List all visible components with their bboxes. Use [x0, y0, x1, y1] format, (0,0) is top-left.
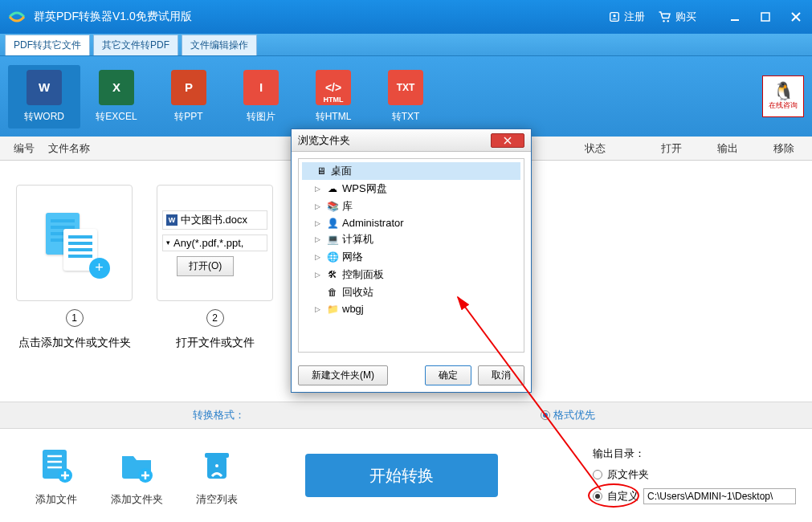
tree-item-5[interactable]: ▷🌐网络 — [302, 248, 520, 266]
dialog-titlebar[interactable]: 浏览文件夹 — [292, 129, 531, 152]
tree-icon: 🌐 — [326, 251, 339, 263]
col-open: 打开 — [643, 141, 700, 156]
dialog-close-button[interactable] — [491, 133, 524, 148]
open-button[interactable]: 打开(O) — [177, 256, 234, 276]
word-icon: W — [166, 214, 177, 226]
buy-label: 购买 — [675, 10, 696, 24]
app-title: 群英PDF转换器V1.0免费试用版 — [34, 10, 608, 24]
ok-button[interactable]: 确定 — [425, 365, 471, 385]
format-转图片[interactable]: I转图片 — [225, 65, 297, 128]
format-label: 转EXCEL — [96, 110, 137, 124]
add-file-icon: + — [43, 211, 107, 275]
tab-1[interactable]: 其它文件转PDF — [93, 35, 178, 55]
step1-label: 点击添加文件或文件夹 — [18, 333, 131, 351]
tree-item-3[interactable]: ▷👤Administrator — [302, 215, 520, 230]
close-button[interactable] — [786, 7, 806, 27]
tree-item-4[interactable]: ▷💻计算机 — [302, 230, 520, 248]
format-转EXCEL[interactable]: X转EXCEL — [80, 65, 153, 128]
tree-item-1[interactable]: ▷☁WPS网盘 — [302, 180, 520, 198]
format-icon: P — [171, 70, 206, 105]
format-priority-radio[interactable]: 格式优先 — [541, 408, 595, 422]
penguin-icon: 🐧 — [773, 83, 794, 100]
tree-icon: 💻 — [326, 234, 339, 245]
format-icon: X — [99, 70, 134, 105]
expand-icon[interactable]: ▷ — [315, 253, 323, 261]
tree-label: 桌面 — [331, 164, 352, 178]
cart-icon — [658, 10, 672, 23]
expand-icon[interactable]: ▷ — [315, 202, 323, 210]
step2-label: 打开文件或文件 — [176, 333, 255, 351]
orig-folder-label: 原文件夹 — [607, 467, 649, 482]
app-logo — [6, 6, 27, 27]
qq-label: 在线咨询 — [769, 100, 798, 111]
format-转WORD[interactable]: W转WORD — [8, 65, 80, 128]
expand-icon[interactable]: ▷ — [315, 235, 323, 243]
tree-icon: 📚 — [326, 201, 339, 212]
dialog-title: 浏览文件夹 — [298, 133, 350, 148]
expand-icon[interactable]: ▷ — [315, 185, 323, 193]
custom-folder-radio[interactable]: 自定义 C:\Users\ADMINI~1\Desktop\ — [593, 488, 796, 504]
add-folder-button[interactable]: 添加文件夹 — [96, 444, 177, 507]
expand-icon[interactable]: ▷ — [315, 271, 323, 279]
tree-item-8[interactable]: ▷📁wbgj — [302, 301, 520, 316]
svg-rect-5 — [761, 13, 769, 21]
expand-icon[interactable]: ▷ — [315, 219, 323, 227]
format-label: 转HTML — [316, 110, 352, 124]
svg-point-2 — [663, 20, 664, 22]
cancel-button[interactable]: 取消 — [478, 365, 524, 385]
svg-point-20 — [215, 464, 218, 467]
tree-item-7[interactable]: 🗑回收站 — [302, 283, 520, 301]
tab-0[interactable]: PDF转其它文件 — [5, 35, 90, 55]
tree-icon: ☁ — [326, 183, 339, 194]
col-remove: 移除 — [756, 141, 812, 156]
file-name-row[interactable]: W 中文图书.docx — [162, 210, 267, 230]
svg-rect-19 — [205, 453, 229, 458]
start-convert-button[interactable]: 开始转换 — [305, 454, 498, 497]
format-label: 转TXT — [392, 110, 420, 124]
tab-2[interactable]: 文件编辑操作 — [182, 35, 257, 55]
custom-folder-label: 自定义 — [607, 489, 639, 504]
bottom-toolbar: 添加文件 添加文件夹 清空列表 开始转换 输出目录： 原文件夹 自定义 C:\U… — [0, 429, 812, 522]
tree-icon: 📁 — [326, 304, 339, 315]
output-path-field[interactable]: C:\Users\ADMINI~1\Desktop\ — [643, 488, 796, 504]
step2-number: 2 — [206, 309, 224, 327]
format-icon: I — [243, 70, 279, 105]
titlebar: 群英PDF转换器V1.0免费试用版 注册 购买 — [0, 0, 812, 34]
col-output: 输出 — [700, 141, 756, 156]
tree-item-6[interactable]: ▷🛠控制面板 — [302, 266, 520, 283]
tree-item-0[interactable]: 🖥桌面 — [302, 162, 520, 180]
main-tabs: PDF转其它文件其它文件转PDF文件编辑操作 — [0, 34, 812, 56]
orig-folder-radio[interactable]: 原文件夹 — [593, 467, 796, 482]
register-icon — [608, 10, 621, 23]
clear-list-label: 清空列表 — [196, 492, 238, 507]
buy-link[interactable]: 购买 — [658, 10, 696, 24]
register-link[interactable]: 注册 — [608, 10, 645, 24]
convert-format-row: 转换格式： 格式优先 — [0, 402, 812, 429]
folder-tree[interactable]: 🖥桌面▷☁WPS网盘▷📚库▷👤Administrator▷💻计算机▷🌐网络▷🛠控… — [298, 158, 524, 353]
file-filter-row[interactable]: ▾ Any(*.pdf,*.ppt, — [162, 234, 267, 251]
step1-card[interactable]: + 1 点击添加文件或文件夹 — [16, 185, 133, 394]
tree-item-2[interactable]: ▷📚库 — [302, 198, 520, 215]
add-folder-icon — [116, 444, 157, 486]
maximize-button[interactable] — [756, 7, 775, 27]
format-label: 转WORD — [24, 110, 64, 124]
format-label: 转PPT — [174, 110, 202, 124]
qq-support-button[interactable]: 🐧 在线咨询 — [762, 75, 804, 117]
step2-card: W 中文图书.docx ▾ Any(*.pdf,*.ppt, 打开(O) 2 打… — [157, 185, 273, 394]
file-filter: Any(*.pdf,*.ppt, — [173, 237, 243, 249]
tree-icon: 🛠 — [326, 269, 339, 280]
format-转TXT[interactable]: TXT转TXT — [369, 65, 442, 128]
minimize-button[interactable] — [725, 7, 745, 27]
format-转PPT[interactable]: P转PPT — [153, 65, 225, 128]
register-label: 注册 — [624, 10, 645, 24]
col-status: 状态 — [547, 141, 643, 156]
new-folder-button[interactable]: 新建文件夹(M) — [298, 365, 388, 385]
add-file-button[interactable]: 添加文件 — [16, 444, 96, 507]
browse-folder-dialog: 浏览文件夹 🖥桌面▷☁WPS网盘▷📚库▷👤Administrator▷💻计算机▷… — [291, 128, 532, 393]
tree-icon: 🗑 — [326, 287, 339, 298]
format-转HTML[interactable]: </>HTML转HTML — [297, 65, 369, 128]
convert-format-label: 转换格式： — [193, 408, 245, 422]
output-dir-group: 输出目录： 原文件夹 自定义 C:\Users\ADMINI~1\Desktop… — [593, 447, 796, 504]
expand-icon[interactable]: ▷ — [315, 305, 323, 313]
clear-list-button[interactable]: 清空列表 — [177, 444, 257, 507]
